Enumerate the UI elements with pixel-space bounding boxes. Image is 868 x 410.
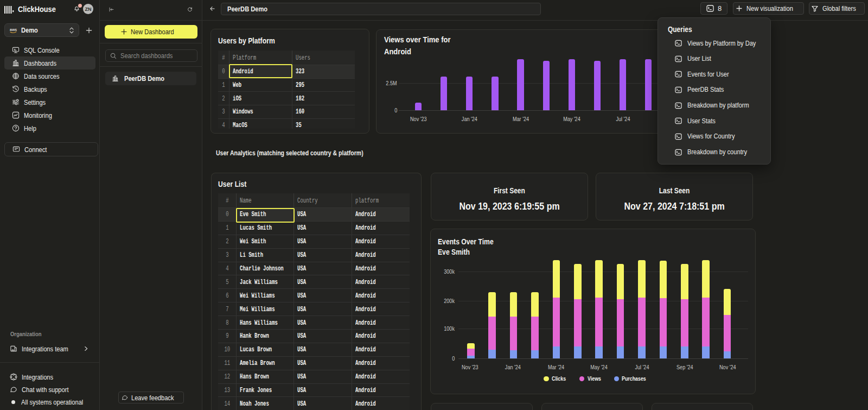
svg-text:aws: aws bbox=[10, 28, 17, 31]
